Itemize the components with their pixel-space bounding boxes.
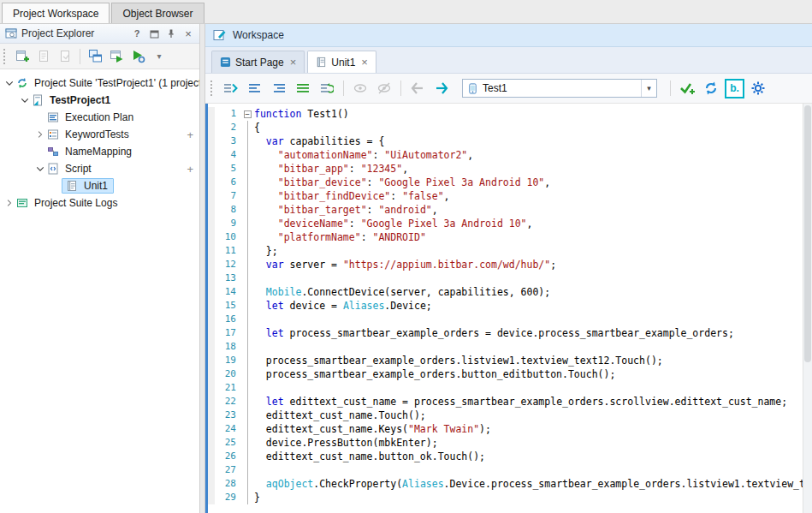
line-number[interactable]: 20 bbox=[215, 367, 240, 381]
code-line[interactable]: 23 edittext_cust_name.Touch(); bbox=[208, 409, 803, 422]
line-number[interactable]: 17 bbox=[215, 326, 240, 340]
breakpoint-margin[interactable] bbox=[208, 230, 215, 244]
run-suite-icon[interactable] bbox=[128, 47, 147, 66]
line-number[interactable]: 5 bbox=[215, 162, 240, 176]
line-number[interactable]: 11 bbox=[215, 244, 240, 258]
line-number[interactable]: 8 bbox=[215, 203, 240, 217]
breakpoint-margin[interactable] bbox=[208, 148, 215, 162]
bitbar-button[interactable]: b. bbox=[725, 79, 744, 98]
breakpoint-margin[interactable] bbox=[208, 107, 215, 121]
line-number[interactable]: 13 bbox=[215, 271, 240, 285]
line-number[interactable]: 6 bbox=[215, 176, 240, 189]
close-icon[interactable] bbox=[290, 56, 297, 69]
breakpoint-margin[interactable] bbox=[208, 381, 215, 395]
breakpoint-margin[interactable] bbox=[208, 189, 215, 203]
code-line[interactable]: 12 var server = "https://appium.bitbar.c… bbox=[208, 258, 803, 271]
tab-unit1[interactable]: Unit1 bbox=[307, 51, 376, 73]
breakpoint-margin[interactable] bbox=[208, 340, 215, 354]
line-number[interactable]: 24 bbox=[215, 422, 240, 436]
line-number[interactable]: 7 bbox=[215, 189, 240, 203]
breakpoint-margin[interactable] bbox=[208, 271, 215, 285]
code-line[interactable]: 26 edittext_cust_name.button_ok.Touch(); bbox=[208, 450, 803, 463]
settings-gear-icon[interactable] bbox=[748, 78, 768, 98]
pin-icon[interactable] bbox=[164, 27, 178, 40]
breakpoint-margin[interactable] bbox=[208, 176, 215, 189]
tab-object-browser[interactable]: Object Browser bbox=[111, 3, 204, 23]
chevron-down-icon[interactable] bbox=[3, 77, 15, 89]
tree-item-project-suite-logs[interactable]: Project Suite Logs bbox=[0, 194, 199, 212]
line-number[interactable]: 10 bbox=[215, 230, 240, 244]
line-number[interactable]: 18 bbox=[215, 340, 240, 354]
code-line[interactable]: 17 let process_smartbear_example_orders … bbox=[208, 326, 803, 340]
justify-icon[interactable] bbox=[293, 78, 313, 98]
breakpoint-margin[interactable] bbox=[208, 450, 215, 463]
help-icon[interactable] bbox=[130, 27, 144, 40]
chevron-right-icon[interactable] bbox=[3, 197, 15, 209]
breakpoint-margin[interactable] bbox=[208, 203, 215, 217]
tree-item-keywordtests[interactable]: KeywordTests bbox=[0, 126, 199, 143]
chevron-down-icon[interactable] bbox=[34, 163, 46, 175]
code-line[interactable]: 28 aqObject.CheckProperty(Aliases.Device… bbox=[208, 477, 803, 491]
code-line[interactable]: 6 "bitbar_device": "Google Pixel 3a Andr… bbox=[208, 176, 803, 189]
line-number[interactable]: 28 bbox=[215, 477, 240, 491]
line-number[interactable]: 16 bbox=[215, 313, 240, 326]
line-number[interactable]: 29 bbox=[215, 491, 240, 504]
breakpoint-margin[interactable] bbox=[208, 162, 215, 176]
chevron-down-icon[interactable]: ▾ bbox=[641, 80, 656, 97]
toolbar-grip[interactable] bbox=[210, 81, 214, 96]
code-line[interactable]: 11 }; bbox=[208, 244, 803, 258]
breakpoint-margin[interactable] bbox=[208, 491, 215, 504]
float-window-icon[interactable] bbox=[147, 27, 161, 40]
refresh-icon[interactable] bbox=[701, 78, 721, 98]
add-child-button[interactable] bbox=[187, 163, 193, 176]
tree-item-project-suite[interactable]: Project Suite 'TestProject1' (1 project) bbox=[0, 75, 199, 92]
code-line[interactable]: 15 let device = Aliases.Device; bbox=[208, 299, 803, 313]
line-number[interactable]: 4 bbox=[215, 148, 240, 162]
line-number[interactable]: 26 bbox=[215, 450, 240, 463]
sync-format-icon[interactable] bbox=[317, 78, 337, 98]
add-item-icon[interactable] bbox=[13, 47, 32, 66]
line-number[interactable]: 23 bbox=[215, 409, 240, 422]
line-number[interactable]: 2 bbox=[215, 121, 240, 134]
line-number[interactable]: 9 bbox=[215, 217, 240, 230]
run-project-icon[interactable] bbox=[107, 47, 126, 66]
add-check-icon[interactable] bbox=[677, 78, 697, 98]
line-number[interactable]: 3 bbox=[215, 134, 240, 148]
format-code-icon[interactable] bbox=[221, 78, 241, 98]
toolbar-options-chevron[interactable] bbox=[150, 47, 169, 66]
code-line[interactable]: 8 "bitbar_target": "android", bbox=[208, 203, 803, 217]
panels-icon[interactable] bbox=[86, 47, 104, 66]
scrollbar-thumb[interactable] bbox=[804, 105, 811, 362]
code-line[interactable]: 29} bbox=[208, 491, 803, 504]
breakpoint-margin[interactable] bbox=[208, 326, 215, 340]
code-line[interactable]: 20 process_smartbear_example_orders.butt… bbox=[208, 367, 803, 381]
line-number[interactable]: 12 bbox=[215, 258, 240, 271]
code-line[interactable]: 14 Mobile.ConnectDevice(server, capabili… bbox=[208, 285, 803, 299]
line-number[interactable]: 1 bbox=[215, 107, 240, 121]
code-line[interactable]: 2{ bbox=[208, 121, 803, 134]
panel-splitter[interactable] bbox=[199, 24, 205, 513]
code-line[interactable]: 25 device.PressButton(mbkEnter); bbox=[208, 436, 803, 450]
navigate-back-icon[interactable] bbox=[407, 78, 428, 98]
code-line[interactable]: 5 "bitbar_app": "12345", bbox=[208, 162, 803, 176]
code-line[interactable]: 4 "automationName": "UiAutomator2", bbox=[208, 148, 803, 162]
code-line[interactable]: 24 edittext_cust_name.Keys("Mark Twain")… bbox=[208, 422, 803, 436]
vertical-scrollbar[interactable] bbox=[803, 104, 812, 513]
code-line[interactable]: 1function Test1() bbox=[208, 107, 803, 121]
align-left-icon[interactable] bbox=[245, 78, 265, 98]
line-number[interactable]: 22 bbox=[215, 395, 240, 409]
close-icon[interactable] bbox=[361, 56, 368, 69]
breakpoint-margin[interactable] bbox=[208, 313, 215, 326]
breakpoint-margin[interactable] bbox=[208, 285, 215, 299]
code-line[interactable]: 21 bbox=[208, 381, 803, 395]
breakpoint-margin[interactable] bbox=[208, 409, 215, 422]
watch-icon[interactable] bbox=[350, 78, 370, 98]
align-right-icon[interactable] bbox=[269, 78, 289, 98]
new-document-icon[interactable] bbox=[34, 47, 53, 66]
code-line[interactable]: 7 "bitbar_findDevice": "false", bbox=[208, 189, 803, 203]
code-line[interactable]: 10 "platformName": "ANDROID" bbox=[208, 230, 803, 244]
navigate-forward-icon[interactable] bbox=[431, 78, 452, 98]
line-number[interactable]: 15 bbox=[215, 299, 240, 313]
line-number[interactable]: 14 bbox=[215, 285, 240, 299]
code-line[interactable]: 27 bbox=[208, 463, 803, 477]
